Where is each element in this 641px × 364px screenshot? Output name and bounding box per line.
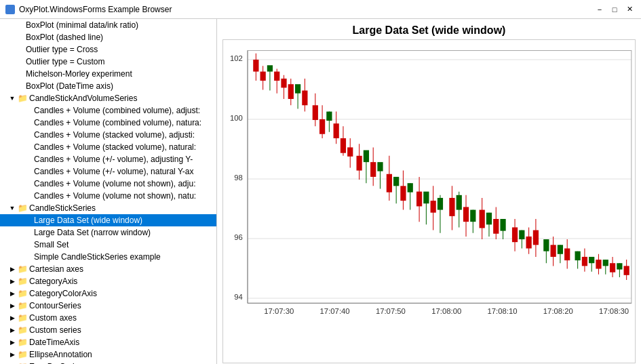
svg-rect-53 bbox=[377, 162, 383, 171]
svg-text:17:07:50: 17:07:50 bbox=[376, 307, 406, 315]
svg-text:17:08:20: 17:08:20 bbox=[543, 307, 573, 315]
sidebar-item-boxplot-datetime[interactable]: BoxPlot (DateTime axis) bbox=[0, 80, 216, 92]
sidebar-item-candles-plusminus-adj[interactable]: Candles + Volume (+/- volume), adjusting… bbox=[0, 153, 216, 165]
leaf-spacer bbox=[24, 119, 33, 127]
sidebar-item-candles-combined-adj[interactable]: Candles + Volume (combined volume), adju… bbox=[0, 104, 216, 117]
tree-item-label: Candles + Volume (+/- volume), natural Y… bbox=[34, 167, 193, 176]
svg-text:102: 102 bbox=[230, 54, 243, 62]
sidebar-item-candlestick[interactable]: ▼📁CandleStickSeries bbox=[0, 202, 216, 214]
leaf-spacer bbox=[16, 21, 24, 29]
folder-icon: 📁 bbox=[18, 94, 28, 103]
sidebar-item-category-color[interactable]: ▶📁CategoryColorAxis bbox=[0, 287, 216, 300]
svg-rect-69 bbox=[438, 198, 443, 210]
folder-icon: 📁 bbox=[18, 313, 28, 323]
tree-item-label: Candles + Volume (combined volume), natu… bbox=[34, 118, 201, 127]
svg-text:17:08:30: 17:08:30 bbox=[599, 307, 629, 315]
leaf-spacer bbox=[24, 143, 33, 151]
expand-icon: ▼ bbox=[8, 94, 16, 102]
sidebar-item-candles-plusminus-nat[interactable]: Candles + Volume (+/- volume), natural Y… bbox=[0, 165, 216, 178]
leaf-spacer bbox=[24, 216, 33, 224]
leaf-spacer bbox=[16, 82, 24, 90]
svg-text:17:08:00: 17:08:00 bbox=[431, 307, 461, 315]
sidebar-item-ellipse[interactable]: ▶📁EllipseAnnotation bbox=[0, 348, 216, 361]
sidebar[interactable]: BoxPlot (minimal data/ink ratio) BoxPlot… bbox=[0, 19, 217, 364]
svg-rect-83 bbox=[493, 219, 499, 234]
app-icon bbox=[5, 5, 15, 14]
sidebar-item-small-set[interactable]: Small Set bbox=[0, 239, 216, 251]
svg-rect-101 bbox=[564, 248, 570, 260]
leaf-spacer bbox=[16, 45, 24, 54]
sidebar-item-outlier-cross[interactable]: Outlier type = Cross bbox=[0, 43, 216, 56]
svg-rect-47 bbox=[357, 156, 362, 171]
tree-item-label: Candles + Volume (+/- volume), adjusting… bbox=[34, 155, 193, 164]
leaf-spacer bbox=[24, 167, 33, 176]
tree-item-label: Outlier type = Cross bbox=[26, 45, 98, 54]
tree-item-label: Small Set bbox=[34, 240, 69, 249]
svg-rect-45 bbox=[347, 147, 353, 156]
leaf-spacer bbox=[24, 241, 33, 249]
svg-rect-65 bbox=[423, 192, 429, 204]
chart-title: Large Data Set (wide window) bbox=[222, 24, 636, 37]
sidebar-item-candle-volume[interactable]: ▼📁CandleStickAndVolumeSeries bbox=[0, 92, 216, 104]
chart-svg: 102 100 98 96 94 17:07:30 17:07:40 17:07… bbox=[223, 40, 635, 363]
svg-rect-89 bbox=[519, 230, 524, 239]
sidebar-item-custom-series[interactable]: ▶📁Custom series bbox=[0, 324, 216, 336]
tree-item-label: BoxPlot (dashed line) bbox=[26, 33, 103, 42]
sidebar-item-candles-stacked-nat[interactable]: Candles + Volume (stacked volume), natur… bbox=[0, 141, 216, 153]
leaf-spacer bbox=[16, 33, 24, 41]
svg-rect-117 bbox=[624, 266, 629, 275]
svg-text:17:08:10: 17:08:10 bbox=[488, 307, 518, 315]
svg-rect-85 bbox=[500, 219, 505, 231]
sidebar-item-outlier-custom[interactable]: Outlier type = Custom bbox=[0, 56, 216, 68]
sidebar-item-candles-stacked-adj[interactable]: Candles + Volume (stacked volume), adjus… bbox=[0, 129, 216, 141]
sidebar-item-errorbar[interactable]: ▶📁ErrorBarSeries bbox=[0, 361, 216, 364]
close-button[interactable]: ✕ bbox=[623, 4, 636, 15]
chart-container[interactable]: 102 100 98 96 94 17:07:30 17:07:40 17:07… bbox=[222, 39, 636, 363]
svg-rect-113 bbox=[610, 263, 615, 272]
svg-rect-31 bbox=[295, 84, 300, 93]
window-controls: − □ ✕ bbox=[594, 4, 636, 15]
leaf-spacer bbox=[24, 155, 33, 163]
folder-icon: 📁 bbox=[18, 264, 28, 274]
tree-item-label: Candles + Volume (combined volume), adju… bbox=[34, 106, 200, 115]
svg-rect-27 bbox=[281, 79, 286, 87]
tree-item-label: CandleStickSeries bbox=[29, 203, 96, 213]
svg-rect-99 bbox=[558, 245, 563, 254]
sidebar-item-candles-combined-nat[interactable]: Candles + Volume (combined volume), natu… bbox=[0, 117, 216, 129]
sidebar-item-contour[interactable]: ▶📁ContourSeries bbox=[0, 300, 216, 312]
folder-icon: 📁 bbox=[18, 289, 28, 298]
tree-item-label: BoxPlot (DateTime axis) bbox=[26, 81, 113, 91]
svg-rect-61 bbox=[408, 183, 413, 192]
svg-rect-19 bbox=[253, 60, 258, 72]
tree-item-label: Candles + Volume (volume not shown), nat… bbox=[34, 191, 196, 201]
folder-icon: 📁 bbox=[18, 301, 28, 310]
expand-icon: ▶ bbox=[8, 338, 16, 346]
sidebar-item-boxplot-dashed[interactable]: BoxPlot (dashed line) bbox=[0, 31, 216, 43]
tree-item-label: Large Data Set (wide window) bbox=[34, 216, 142, 225]
leaf-spacer bbox=[24, 131, 33, 139]
sidebar-item-michelson[interactable]: Michelson-Morley experiment bbox=[0, 68, 216, 80]
sidebar-item-boxplot-minimal[interactable]: BoxPlot (minimal data/ink ratio) bbox=[0, 19, 216, 31]
svg-rect-25 bbox=[274, 72, 279, 81]
sidebar-item-simple-candle[interactable]: Simple CandleStickSeries example bbox=[0, 251, 216, 263]
sidebar-item-cartesian[interactable]: ▶📁Cartesian axes bbox=[0, 263, 216, 275]
sidebar-item-candles-notshown-nat[interactable]: Candles + Volume (volume not shown), nat… bbox=[0, 190, 216, 202]
expand-icon: ▶ bbox=[8, 350, 16, 359]
leaf-spacer bbox=[16, 58, 24, 66]
minimize-button[interactable]: − bbox=[594, 4, 606, 15]
sidebar-item-category-axis[interactable]: ▶📁CategoryAxis bbox=[0, 275, 216, 287]
tree-item-label: BoxPlot (minimal data/ink ratio) bbox=[26, 20, 138, 30]
sidebar-item-large-wide[interactable]: Large Data Set (wide window) bbox=[0, 214, 216, 226]
maximize-button[interactable]: □ bbox=[608, 4, 621, 15]
tree-item-label: Simple CandleStickSeries example bbox=[34, 252, 161, 262]
sidebar-item-custom-axes[interactable]: ▶📁Custom axes bbox=[0, 312, 216, 324]
sidebar-item-candles-notshown-adj[interactable]: Candles + Volume (volume not shown), adj… bbox=[0, 178, 216, 190]
folder-icon: 📁 bbox=[18, 277, 28, 286]
svg-rect-51 bbox=[370, 162, 376, 177]
svg-rect-79 bbox=[480, 210, 485, 228]
svg-rect-91 bbox=[526, 237, 532, 249]
sidebar-item-large-narrow[interactable]: Large Data Set (narrow window) bbox=[0, 226, 216, 239]
svg-rect-35 bbox=[313, 105, 318, 120]
sidebar-item-datetime-axis[interactable]: ▶📁DateTimeAxis bbox=[0, 336, 216, 348]
svg-text:94: 94 bbox=[234, 293, 243, 301]
